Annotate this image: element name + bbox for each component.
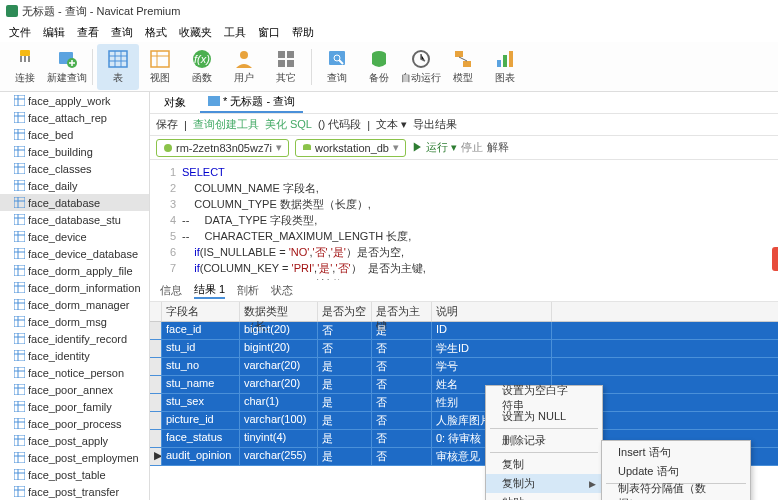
- tool-user[interactable]: 用户: [223, 44, 265, 90]
- tool-other[interactable]: 其它: [265, 44, 307, 90]
- window-title: 无标题 - 查询 - Navicat Premium: [22, 4, 180, 19]
- tool-model[interactable]: 模型: [442, 44, 484, 90]
- object-sidebar: face_apply_workface_attach_repface_bedfa…: [0, 92, 150, 500]
- ctx-tsv-data[interactable]: 制表符分隔值（数据）: [602, 486, 750, 500]
- table-row[interactable]: stu_novarchar(20)是否学号: [150, 358, 778, 376]
- app-icon: [6, 5, 18, 17]
- svg-rect-10: [278, 60, 285, 67]
- sidebar-label: face_device: [28, 231, 87, 243]
- sidebar-item[interactable]: face_poor_family: [0, 398, 149, 415]
- table-row[interactable]: face_idbigint(20)否是ID: [150, 322, 778, 340]
- sidebar-item[interactable]: face_building: [0, 143, 149, 160]
- menu-fav[interactable]: 收藏夹: [174, 23, 217, 42]
- svg-rect-23: [14, 129, 25, 140]
- svg-rect-3: [109, 51, 127, 67]
- sidebar-item[interactable]: face_attach_rep: [0, 109, 149, 126]
- explain-button[interactable]: 解释: [487, 140, 509, 155]
- table-icon: [14, 197, 25, 208]
- sidebar-item[interactable]: face_database: [0, 194, 149, 211]
- ctx-delete[interactable]: 删除记录: [486, 431, 602, 450]
- sidebar-item[interactable]: face_poor_annex: [0, 381, 149, 398]
- sidebar-item[interactable]: face_apply_work: [0, 92, 149, 109]
- table-icon: [14, 163, 25, 174]
- ctx-update[interactable]: Update 语句: [602, 462, 750, 481]
- text-button[interactable]: 文本 ▾: [376, 117, 407, 132]
- sidebar-item[interactable]: face_dorm_apply_file: [0, 262, 149, 279]
- sidebar-label: face_database_stu: [28, 214, 121, 226]
- svg-rect-17: [463, 61, 471, 67]
- stop-button[interactable]: 停止: [461, 140, 483, 155]
- sidebar-item[interactable]: face_device_database: [0, 245, 149, 262]
- query-builder-button[interactable]: 查询创建工具: [193, 117, 259, 132]
- export-button[interactable]: 导出结果: [413, 117, 457, 132]
- sidebar-item[interactable]: face_daily: [0, 177, 149, 194]
- sidebar-item[interactable]: face_classes: [0, 160, 149, 177]
- sidebar-item[interactable]: face_identity: [0, 347, 149, 364]
- rt-result1[interactable]: 结果 1: [194, 282, 225, 299]
- sidebar-item[interactable]: face_bed: [0, 126, 149, 143]
- sidebar-label: face_post_transfer: [28, 486, 119, 498]
- ctx-copy-as[interactable]: 复制为▶: [486, 474, 602, 493]
- svg-rect-35: [14, 333, 25, 344]
- sidebar-item[interactable]: face_post_table: [0, 466, 149, 483]
- menu-window[interactable]: 窗口: [253, 23, 285, 42]
- db-selector[interactable]: workstation_db▾: [295, 139, 406, 157]
- sidebar-item[interactable]: face_poor_process: [0, 415, 149, 432]
- tab-untitled-query[interactable]: * 无标题 - 查询: [200, 92, 303, 113]
- rt-status[interactable]: 状态: [271, 283, 293, 298]
- side-marker: [772, 247, 778, 271]
- server-selector[interactable]: rm-2zetn83n05wz7i▾: [156, 139, 289, 157]
- sidebar-item[interactable]: face_device: [0, 228, 149, 245]
- svg-rect-57: [303, 146, 311, 150]
- sidebar-item[interactable]: face_post_employmen: [0, 449, 149, 466]
- menu-query[interactable]: 查询: [106, 23, 138, 42]
- table-row[interactable]: picture_idvarchar(100)是否人脸库图片ID: [150, 412, 778, 430]
- run-button[interactable]: ▶ 运行 ▾: [412, 140, 457, 155]
- table-icon: [14, 486, 25, 497]
- sidebar-item[interactable]: face_dorm_manager: [0, 296, 149, 313]
- sidebar-item[interactable]: face_identify_record: [0, 330, 149, 347]
- menu-format[interactable]: 格式: [140, 23, 172, 42]
- tool-auto[interactable]: 自动运行: [400, 44, 442, 90]
- table-icon: [14, 316, 25, 327]
- snippet-button[interactable]: () 代码段: [318, 117, 361, 132]
- rt-info[interactable]: 信息: [160, 283, 182, 298]
- sidebar-item[interactable]: face_database_stu: [0, 211, 149, 228]
- menu-view[interactable]: 查看: [72, 23, 104, 42]
- tool-backup[interactable]: 备份: [358, 44, 400, 90]
- rt-profile[interactable]: 剖析: [237, 283, 259, 298]
- ctx-paste[interactable]: 粘贴: [486, 493, 602, 500]
- sidebar-label: face_database: [28, 197, 100, 209]
- sidebar-item[interactable]: face_dorm_msg: [0, 313, 149, 330]
- save-button[interactable]: 保存: [156, 117, 178, 132]
- menu-tools[interactable]: 工具: [219, 23, 251, 42]
- table-row[interactable]: stu_sexchar(1)是否性别: [150, 394, 778, 412]
- sidebar-item[interactable]: face_notice_person: [0, 364, 149, 381]
- tool-connect[interactable]: 连接: [4, 44, 46, 90]
- sql-editor[interactable]: 1SELECT2 COLUMN_NAME 字段名,3 COLUMN_TYPE 数…: [150, 160, 778, 280]
- tool-table[interactable]: 表: [97, 44, 139, 90]
- ctx-empty-string[interactable]: 设置为空白字符串: [486, 388, 602, 407]
- tool-chart[interactable]: 图表: [484, 44, 526, 90]
- svg-rect-8: [278, 51, 285, 58]
- content-pane: 对象 * 无标题 - 查询 保存 | 查询创建工具 美化 SQL () 代码段 …: [150, 92, 778, 500]
- menu-file[interactable]: 文件: [4, 23, 36, 42]
- menu-edit[interactable]: 编辑: [38, 23, 70, 42]
- tab-objects[interactable]: 对象: [156, 93, 194, 112]
- context-menu-cell: 设置为空白字符串 设置为 NULL 删除记录 复制 复制为▶ 粘贴 显示▶: [485, 385, 603, 500]
- tool-view[interactable]: 视图: [139, 44, 181, 90]
- tool-function[interactable]: f(x)函数: [181, 44, 223, 90]
- table-row[interactable]: stu_namevarchar(20)是否姓名: [150, 376, 778, 394]
- sidebar-item[interactable]: face_post_transfer: [0, 483, 149, 500]
- tool-new-query[interactable]: 新建查询: [46, 44, 88, 90]
- tool-query[interactable]: 查询: [316, 44, 358, 90]
- beautify-button[interactable]: 美化 SQL: [265, 117, 312, 132]
- ctx-insert[interactable]: Insert 语句: [602, 443, 750, 462]
- sidebar-item[interactable]: face_post_apply: [0, 432, 149, 449]
- menu-help[interactable]: 帮助: [287, 23, 319, 42]
- table-row[interactable]: stu_idbigint(20)否否学生ID: [150, 340, 778, 358]
- sidebar-item[interactable]: face_dorm_information: [0, 279, 149, 296]
- ctx-set-null[interactable]: 设置为 NULL: [486, 407, 602, 426]
- main-toolbar: 连接 新建查询 表 视图 f(x)函数 用户 其它 查询 备份 自动运行 模型 …: [0, 42, 778, 92]
- ctx-copy[interactable]: 复制: [486, 455, 602, 474]
